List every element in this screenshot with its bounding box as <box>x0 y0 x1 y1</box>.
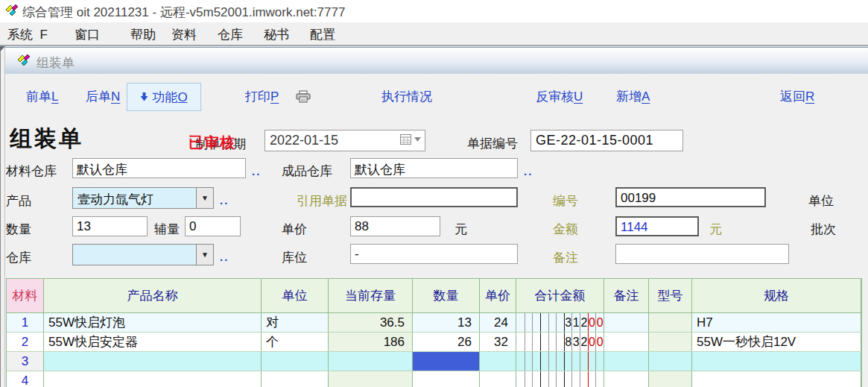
execution-status-button[interactable]: 执行情况 <box>381 88 432 105</box>
table-cell[interactable]: 4 <box>7 371 44 387</box>
ref-doc-field[interactable] <box>350 187 518 207</box>
ledger-digit-cell: 2 <box>580 333 588 351</box>
doc-no-field[interactable]: GE-22-01-15-0001 <box>530 130 683 151</box>
product-combobox[interactable]: 壹动力氙气灯 ▼ <box>72 187 214 209</box>
product-dropdown-arrow-icon[interactable]: ▼ <box>196 188 213 208</box>
form-title: 组装单 <box>10 124 83 154</box>
table-cell[interactable] <box>480 352 516 371</box>
warehouse-dropdown-arrow-icon[interactable]: ▼ <box>196 245 213 265</box>
product-browse-link[interactable]: .. <box>220 194 229 207</box>
ledger-digit-cell <box>564 352 572 371</box>
table-cell[interactable]: 55W快启安定器 <box>44 333 262 351</box>
column-header: 材料 <box>7 279 44 312</box>
calendar-dropdown-icon[interactable] <box>400 134 421 145</box>
table-cell[interactable]: 13 <box>413 313 480 332</box>
table-cell[interactable] <box>604 333 649 351</box>
product-warehouse-browse-link[interactable]: .. <box>524 165 533 177</box>
unaudit-button[interactable]: 反审核U <box>536 88 583 105</box>
table-cell[interactable]: 对 <box>262 313 329 332</box>
ledger-digit-cell <box>580 352 588 371</box>
product-warehouse-field[interactable]: 默认仓库 <box>350 158 518 178</box>
table-cell[interactable] <box>604 371 649 387</box>
table-cell[interactable]: 3 <box>7 352 44 371</box>
price-field[interactable]: 88 <box>350 216 440 236</box>
app-tags-icon <box>5 4 19 17</box>
aux-qty-field[interactable]: 0 <box>185 216 241 236</box>
table-cell[interactable]: 55W快启灯泡 <box>44 313 262 332</box>
amount-ledger-cell[interactable]: 31200 <box>516 313 604 332</box>
add-new-button[interactable]: 新增A <box>616 88 650 105</box>
printer-icon[interactable] <box>296 90 311 103</box>
table-cell[interactable]: 32 <box>480 333 516 351</box>
down-arrow-icon <box>140 92 148 101</box>
table-cell[interactable] <box>649 333 692 351</box>
table-cell[interactable]: 2 <box>7 333 44 351</box>
return-button[interactable]: 返回R <box>780 88 814 105</box>
batch-label: 批次 <box>811 221 836 238</box>
print-button[interactable]: 打印P <box>245 88 279 105</box>
doc-date-picker[interactable]: 2022-01-15 <box>264 130 425 151</box>
ledger-digit-cell <box>580 371 588 387</box>
table-cell[interactable] <box>604 352 649 371</box>
ref-doc-label: 引用单据 <box>297 192 347 210</box>
qty-field[interactable]: 13 <box>72 216 148 236</box>
table-cell[interactable] <box>413 352 480 371</box>
amount-ledger-cell[interactable] <box>516 352 604 371</box>
table-cell[interactable] <box>329 371 413 387</box>
menu-warehouse[interactable]: 仓库 <box>218 26 243 43</box>
table-cell[interactable] <box>649 313 692 332</box>
code-field[interactable]: 00199 <box>615 187 766 207</box>
menu-config[interactable]: 配置 <box>310 26 335 43</box>
next-doc-button[interactable]: 后单N <box>86 88 120 105</box>
table-cell[interactable]: 55W一秒快启12V <box>692 333 861 351</box>
table-cell[interactable] <box>44 352 262 371</box>
table-cell[interactable] <box>692 352 861 371</box>
amount-ledger-cell[interactable]: 83200 <box>516 333 604 351</box>
code-label: 编号 <box>553 192 578 210</box>
table-cell[interactable]: 36.5 <box>329 313 413 332</box>
aux-qty-label: 辅量 <box>154 221 180 238</box>
table-cell[interactable] <box>649 352 692 371</box>
child-window-title-bar: 组装单 <box>5 47 868 74</box>
function-menu-button[interactable]: 功能O <box>127 83 201 111</box>
table-cell[interactable] <box>604 313 649 332</box>
table-cell[interactable] <box>44 371 262 387</box>
table-cell[interactable] <box>329 352 413 371</box>
table-cell[interactable] <box>649 371 692 387</box>
menu-secretary[interactable]: 秘书 <box>264 26 289 43</box>
table-cell[interactable] <box>262 371 329 387</box>
table-cell[interactable]: 24 <box>480 313 516 332</box>
ledger-digit-cell <box>548 352 557 371</box>
ledger-digit-cell <box>540 352 548 371</box>
prev-doc-button[interactable]: 前单L <box>26 88 58 105</box>
table-cell[interactable] <box>692 371 861 387</box>
table-cell[interactable] <box>413 371 480 387</box>
audited-stamp: 已审核 <box>189 133 235 153</box>
menu-system[interactable]: 系统 F <box>7 26 48 43</box>
ledger-digit-cell: 3 <box>564 313 572 332</box>
ledger-digit-cell <box>525 313 533 332</box>
amount-field[interactable]: 1144 <box>615 216 699 236</box>
table-cell[interactable]: 186 <box>329 333 413 351</box>
remark-field[interactable] <box>615 244 789 264</box>
ledger-digit-cell <box>548 313 557 332</box>
column-header: 数量 <box>413 279 480 312</box>
menu-help[interactable]: 帮助 <box>130 26 156 43</box>
table-cell[interactable]: 个 <box>262 333 329 351</box>
material-warehouse-field[interactable]: 默认仓库 <box>72 158 246 178</box>
amount-ledger-cell[interactable] <box>516 371 604 387</box>
table-cell[interactable]: 26 <box>413 333 480 351</box>
material-warehouse-browse-link[interactable]: .. <box>252 165 261 177</box>
warehouse-browse-link[interactable]: .. <box>220 251 229 263</box>
ledger-digit-cell: 2 <box>580 313 588 332</box>
ledger-digit-cell <box>564 371 572 387</box>
table-cell[interactable] <box>262 352 329 371</box>
warehouse-combobox[interactable]: ▼ <box>72 244 214 265</box>
menu-data[interactable]: 资料 <box>171 26 197 43</box>
location-field[interactable]: - <box>350 244 518 264</box>
table-cell[interactable] <box>480 371 516 387</box>
table-cell[interactable]: H7 <box>692 313 861 332</box>
table-cell[interactable]: 1 <box>7 313 44 332</box>
ledger-digit-cell <box>540 371 548 387</box>
menu-window[interactable]: 窗口 <box>75 26 100 43</box>
